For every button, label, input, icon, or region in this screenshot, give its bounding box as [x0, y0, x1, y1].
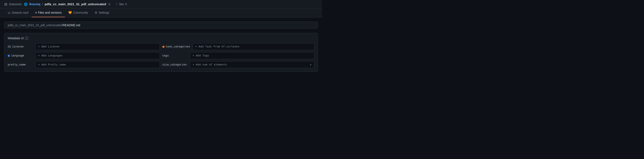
community-icon: 🧡 — [68, 11, 72, 14]
license-label: 🗃 license — [8, 45, 33, 49]
tab-files-and-versions[interactable]: ≡ Files and versions — [32, 9, 65, 17]
tags-label: tags — [162, 54, 188, 57]
metadata-row-3: pretty_name + Add Pretty name size_categ… — [8, 61, 314, 68]
metadata-row-1: 🗃 license + Add License task_categories … — [8, 43, 314, 50]
like-section: ♡ like 0 — [115, 2, 127, 6]
header-bar: ▤ Datasets: 🌐 lhoestq / pdfa_cc_main_202… — [0, 0, 322, 9]
datasets-icon: ▤ — [4, 2, 7, 6]
repo-name: pdfa_cc_main_2021_31_pdf_untruncated — [44, 2, 106, 6]
language-dot — [8, 55, 10, 57]
pretty-name-plus: + — [38, 63, 40, 66]
path-segment: pdfa_cc_main_2021_31_pdf_untruncated/ — [8, 24, 63, 27]
username-link[interactable]: lhoestq — [29, 2, 40, 6]
settings-icon: ⚙ — [95, 11, 98, 14]
tags-input[interactable]: + Add Tags — [190, 52, 314, 59]
language-plus: + — [38, 54, 40, 57]
size-categories-label: size_categories — [162, 63, 188, 66]
task-categories-dot — [162, 46, 164, 48]
dataset-card-icon: 🗂 — [8, 11, 10, 14]
task-categories-label: task_categories — [162, 45, 190, 48]
language-field-group: language + Add Languages — [8, 52, 160, 59]
path-current: README.md — [63, 24, 80, 27]
tab-settings-label: Settings — [99, 11, 109, 14]
nav-tabs: 🗂 Dataset card ≡ Files and versions 🧡 Co… — [0, 9, 322, 18]
files-icon: ≡ — [35, 11, 37, 14]
language-input[interactable]: + Add Languages — [36, 52, 160, 59]
pretty-name-add-text: Add Pretty name — [42, 63, 66, 66]
like-count: 0 — [125, 3, 127, 6]
info-icon[interactable]: i — [25, 37, 28, 40]
license-label-text: license — [12, 45, 24, 48]
tab-settings[interactable]: ⚙ Settings — [91, 9, 113, 17]
globe-icon: 🌐 — [24, 3, 28, 6]
task-plus: + — [196, 45, 197, 48]
size-plus: + — [193, 63, 194, 66]
size-categories-add-text: + Add num of elements — [193, 63, 308, 66]
size-categories-field-group: size_categories + Add num of elements ∨ — [162, 61, 314, 68]
tab-community[interactable]: 🧡 Community — [65, 9, 91, 17]
task-categories-input[interactable]: + Add Task from hf.co/tasks — [193, 43, 314, 50]
tags-field-group: tags + Add Tags — [162, 52, 314, 59]
metadata-ui-label: Metadata UI — [8, 37, 24, 40]
language-label-text: language — [11, 54, 24, 57]
heart-icon[interactable]: ♡ — [115, 3, 118, 6]
path-bar: pdfa_cc_main_2021_31_pdf_untruncated/ RE… — [4, 22, 318, 29]
metadata-header: Metadata UI i — [8, 37, 314, 40]
size-categories-input[interactable]: + Add num of elements ∨ — [190, 61, 314, 68]
tags-label-text: tags — [162, 54, 169, 57]
language-add-text: Add Languages — [42, 54, 63, 57]
pretty-name-label: pretty_name — [8, 63, 33, 66]
chevron-down-icon: ∨ — [308, 63, 312, 66]
license-field-group: 🗃 license + Add License — [8, 43, 160, 50]
breadcrumb-prefix: Datasets: — [9, 2, 22, 6]
tags-add-text: Add Tags — [196, 54, 209, 57]
task-add-text: Add Task from hf.co/tasks — [198, 45, 240, 48]
license-stack-icon: 🗃 — [8, 45, 11, 49]
metadata-section: Metadata UI i 🗃 license + Add License — [4, 33, 318, 72]
license-input[interactable]: + Add License — [36, 43, 160, 50]
metadata-grid: 🗃 license + Add License task_categories … — [8, 43, 314, 68]
pretty-name-field-group: pretty_name + Add Pretty name — [8, 61, 160, 68]
pretty-name-label-text: pretty_name — [8, 63, 26, 66]
tab-community-label: Community — [73, 11, 88, 14]
license-add-text: Add License — [42, 45, 60, 48]
main-content: pdfa_cc_main_2021_31_pdf_untruncated/ RE… — [0, 18, 322, 76]
tags-plus: + — [193, 54, 194, 57]
like-label: like — [119, 2, 124, 6]
copy-icon[interactable]: ⎘ — [108, 3, 110, 6]
size-categories-label-text: size_categories — [162, 63, 187, 66]
task-categories-label-text: task_categories — [166, 45, 190, 48]
separator: / — [42, 2, 43, 6]
tab-files-label: Files and versions — [38, 11, 62, 14]
pretty-name-input[interactable]: + Add Pretty name — [36, 61, 160, 68]
language-label: language — [8, 54, 33, 57]
metadata-row-2: language + Add Languages tags + Add Tags — [8, 52, 314, 59]
tab-dataset-card[interactable]: 🗂 Dataset card — [4, 9, 32, 17]
license-plus: + — [38, 45, 40, 48]
tab-dataset-card-label: Dataset card — [12, 11, 28, 14]
task-categories-field-group: task_categories + Add Task from hf.co/ta… — [162, 43, 314, 50]
